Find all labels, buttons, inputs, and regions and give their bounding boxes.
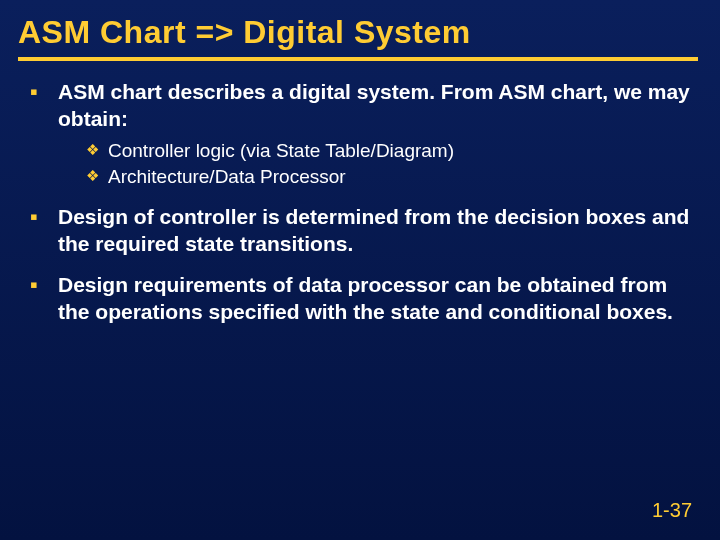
bullet-item: Design requirements of data processor ca… [30,272,690,326]
sub-bullet-list: Controller logic (via State Table/Diagra… [58,139,690,190]
sub-bullet-item: Controller logic (via State Table/Diagra… [86,139,690,164]
bullet-list: ASM chart describes a digital system. Fr… [30,79,690,326]
bullet-item: ASM chart describes a digital system. Fr… [30,79,690,190]
bullet-text: Design of controller is determined from … [58,205,689,255]
bullet-text: ASM chart describes a digital system. Fr… [58,80,690,130]
page-number: 1-37 [652,499,692,522]
slide-content: ASM chart describes a digital system. Fr… [0,61,720,326]
sub-bullet-text: Architecture/Data Processor [108,166,346,187]
sub-bullet-item: Architecture/Data Processor [86,165,690,190]
bullet-item: Design of controller is determined from … [30,204,690,258]
slide-title: ASM Chart => Digital System [0,0,720,57]
sub-bullet-text: Controller logic (via State Table/Diagra… [108,140,454,161]
bullet-text: Design requirements of data processor ca… [58,273,673,323]
slide: ASM Chart => Digital System ASM chart de… [0,0,720,540]
